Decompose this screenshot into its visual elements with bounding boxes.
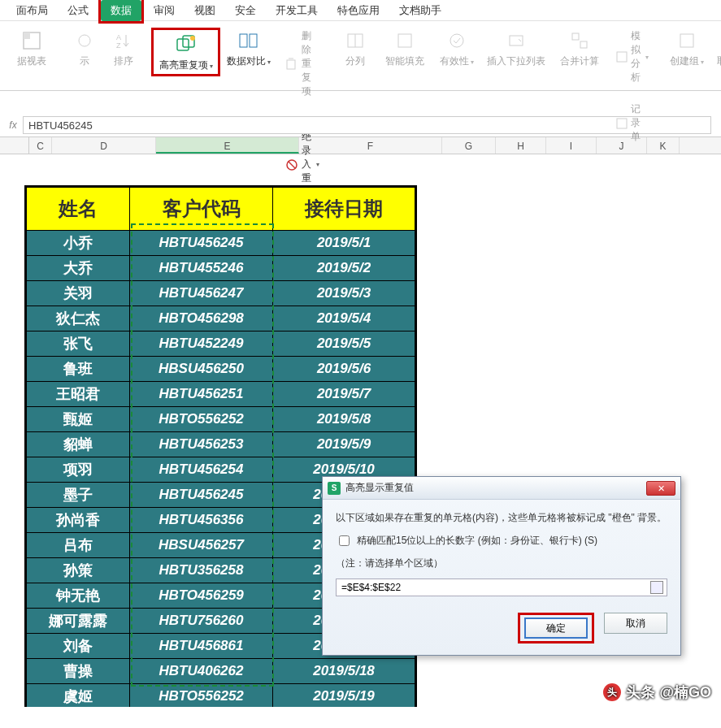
- col-header-F[interactable]: F: [299, 137, 442, 154]
- table-cell[interactable]: 狄仁杰: [26, 306, 130, 332]
- col-header-C[interactable]: C: [29, 137, 52, 154]
- col-header-G[interactable]: G: [442, 137, 496, 154]
- ribbon-tab-3[interactable]: 审阅: [144, 0, 185, 21]
- table-cell[interactable]: HBTU406262: [130, 659, 273, 684]
- ribbon-tab-2[interactable]: 数据: [101, 0, 141, 21]
- table-cell[interactable]: 曹操: [26, 659, 130, 684]
- col-header-H[interactable]: H: [496, 137, 546, 154]
- table-cell[interactable]: 2019/5/19: [273, 684, 416, 708]
- table-cell[interactable]: 2019/5/4: [273, 306, 416, 332]
- table-cell[interactable]: 2019/5/3: [273, 281, 416, 306]
- table-cell[interactable]: HBSU456257: [130, 533, 273, 558]
- ribbon-tab-1[interactable]: 公式: [58, 0, 98, 21]
- table-header[interactable]: 客户代码: [130, 187, 273, 231]
- table-cell[interactable]: HBTU356258: [130, 558, 273, 583]
- table-cell[interactable]: 项羽: [26, 457, 130, 483]
- table-cell[interactable]: HBTU456251: [130, 382, 273, 407]
- table-cell[interactable]: HBTU456247: [130, 281, 273, 306]
- table-cell[interactable]: 关羽: [26, 281, 130, 306]
- table-header[interactable]: 接待日期: [273, 187, 416, 231]
- table-cell[interactable]: HBTU456245: [130, 483, 273, 508]
- table-cell[interactable]: 小乔: [26, 231, 130, 256]
- table-cell[interactable]: HBTU456861: [130, 634, 273, 659]
- highlight-duplicate-button[interactable]: 高亮重复项▾: [155, 32, 216, 72]
- table-cell[interactable]: 2019/5/7: [273, 382, 416, 407]
- col-header-E[interactable]: E: [156, 137, 299, 154]
- dialog-title: 高亮显示重复值: [345, 481, 414, 495]
- delete-icon: [285, 58, 298, 71]
- analysis-icon: [616, 51, 628, 63]
- formula-input[interactable]: [23, 116, 711, 134]
- dialog-note: （注：请选择单个区域）: [336, 557, 667, 570]
- range-picker-icon[interactable]: [650, 581, 663, 594]
- table-cell[interactable]: 2019/5/6: [273, 357, 416, 382]
- dialog-titlebar[interactable]: S 高亮显示重复值 ✕: [323, 477, 680, 500]
- table-cell[interactable]: 墨子: [26, 483, 130, 508]
- ribbon-tab-6[interactable]: 开发工具: [266, 0, 328, 21]
- fx-icon[interactable]: fx: [3, 119, 23, 131]
- select-all-corner[interactable]: [0, 137, 29, 154]
- table-cell[interactable]: 2019/5/8: [273, 407, 416, 432]
- table-row: 狄仁杰HBTO4562982019/5/4: [26, 306, 416, 332]
- col-header-K[interactable]: K: [647, 137, 680, 154]
- table-cell[interactable]: 钟无艳: [26, 583, 130, 609]
- ungroup-button: 取消组合▾: [715, 28, 721, 68]
- table-cell[interactable]: HBTU455246: [130, 256, 273, 281]
- table-row: 王昭君HBTU4562512019/5/7: [26, 382, 416, 407]
- range-field[interactable]: [336, 578, 667, 596]
- table-cell[interactable]: HBTU452249: [130, 332, 273, 357]
- exact-match-checkbox[interactable]: [339, 535, 350, 546]
- table-header[interactable]: 姓名: [26, 187, 130, 231]
- table-cell[interactable]: HBTU456245: [130, 231, 273, 256]
- table-cell[interactable]: HBTU756260: [130, 609, 273, 634]
- svg-point-14: [450, 34, 463, 47]
- spreadsheet-grid[interactable]: 姓名客户代码接待日期 小乔HBTU4562452019/5/1大乔HBTU455…: [0, 154, 721, 707]
- close-icon[interactable]: ✕: [646, 481, 675, 496]
- table-cell[interactable]: 王昭君: [26, 382, 130, 407]
- smart-fill-button: 智能填充: [381, 28, 428, 67]
- table-cell[interactable]: 甄姬: [26, 407, 130, 432]
- col-header-D[interactable]: D: [52, 137, 156, 154]
- table-cell[interactable]: HBSU456250: [130, 357, 273, 382]
- table-cell[interactable]: HBTO456259: [130, 583, 273, 609]
- table-cell[interactable]: 2019/5/18: [273, 659, 416, 684]
- table-cell[interactable]: 2019/5/1: [273, 231, 416, 256]
- data-compare-button[interactable]: 数据对比▾: [225, 28, 272, 68]
- table-cell[interactable]: 貂蝉: [26, 432, 130, 457]
- table-cell[interactable]: 2019/5/9: [273, 432, 416, 457]
- table-cell[interactable]: HBTO556252: [130, 684, 273, 708]
- ribbon-tab-0[interactable]: 面布局: [7, 0, 58, 21]
- table-cell[interactable]: HBTU456356: [130, 508, 273, 533]
- cancel-button[interactable]: 取消: [604, 613, 667, 634]
- svg-rect-13: [398, 34, 411, 47]
- chevron-down-icon: ▾: [210, 63, 213, 70]
- table-cell[interactable]: 大乔: [26, 256, 130, 281]
- table-cell[interactable]: HBTU456254: [130, 457, 273, 483]
- table-cell[interactable]: 刘备: [26, 634, 130, 659]
- table-cell[interactable]: 张飞: [26, 332, 130, 357]
- table-cell[interactable]: 虞姬: [26, 684, 130, 708]
- consolidate-button: 合并计算: [556, 28, 603, 67]
- ribbon-tab-7[interactable]: 特色应用: [328, 0, 389, 21]
- col-header-I[interactable]: I: [546, 137, 597, 154]
- delete-duplicate-button: 删除重复项: [282, 28, 323, 100]
- watermark: 头 头条 @楠GO: [603, 682, 711, 702]
- ribbon-tab-8[interactable]: 文档助手: [389, 0, 451, 21]
- ribbon-tab-5[interactable]: 安全: [225, 0, 266, 21]
- highlight-duplicate-dialog: S 高亮显示重复值 ✕ 以下区域如果存在重复的单元格(内容)，这些单元格将被标记…: [322, 476, 681, 656]
- table-cell[interactable]: 孙策: [26, 558, 130, 583]
- table-cell[interactable]: HBTU456253: [130, 432, 273, 457]
- table-cell[interactable]: 2019/5/2: [273, 256, 416, 281]
- table-cell[interactable]: 娜可露露: [26, 609, 130, 634]
- ok-button[interactable]: 确定: [524, 618, 588, 639]
- table-cell[interactable]: HBTO456298: [130, 306, 273, 332]
- watermark-logo-icon: 头: [603, 683, 621, 701]
- table-cell[interactable]: 鲁班: [26, 357, 130, 382]
- app-icon: S: [328, 482, 341, 495]
- table-cell[interactable]: 2019/5/5: [273, 332, 416, 357]
- table-cell[interactable]: 孙尚香: [26, 508, 130, 533]
- ribbon-tab-4[interactable]: 视图: [185, 0, 225, 21]
- table-cell[interactable]: 吕布: [26, 533, 130, 558]
- range-input[interactable]: [340, 581, 650, 594]
- table-cell[interactable]: HBTO556252: [130, 407, 273, 432]
